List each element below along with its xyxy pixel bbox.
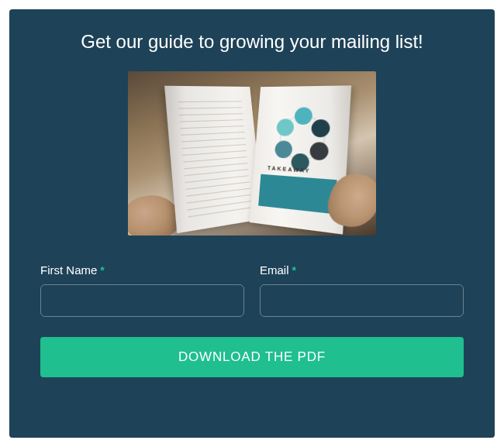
takeaway-band: [258, 174, 337, 215]
circular-diagram-icon: [271, 109, 334, 170]
required-mark-icon: *: [100, 264, 104, 277]
signup-panel: Get our guide to growing your mailing li…: [9, 9, 495, 438]
form-row: First Name * Email *: [40, 263, 464, 317]
email-label-row: Email *: [260, 263, 464, 277]
first-name-label-row: First Name *: [40, 263, 244, 277]
email-group: Email *: [260, 263, 464, 317]
email-label: Email: [260, 263, 289, 277]
book-page-left: [164, 86, 264, 234]
first-name-group: First Name *: [40, 263, 244, 317]
required-mark-icon: *: [292, 264, 296, 277]
first-name-label: First Name: [40, 263, 97, 277]
download-pdf-button[interactable]: DOWNLOAD THE PDF: [40, 337, 464, 377]
hero-image: [128, 71, 376, 236]
first-name-input[interactable]: [40, 284, 244, 317]
email-input[interactable]: [260, 284, 464, 317]
page-title: Get our guide to growing your mailing li…: [40, 31, 464, 53]
